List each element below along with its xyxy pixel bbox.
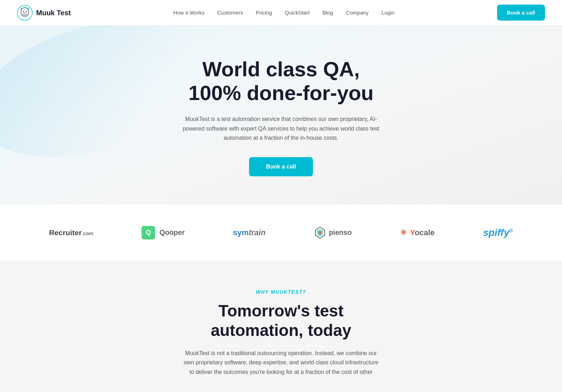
logo-recruiter: Recruiter.com <box>49 228 93 237</box>
hero-book-call-button[interactable]: Book a call <box>249 157 313 176</box>
logo-icon <box>17 5 33 21</box>
hero-section: World class QA, 100% done-for-you MuukTe… <box>0 26 562 205</box>
pienso-text: pienso <box>329 228 352 237</box>
why-label: WHY MUUKTEST? <box>14 289 548 295</box>
qooper-text: Qooper <box>159 228 184 237</box>
hero-headline-line2: 100% done-for-you <box>188 81 374 104</box>
nav-book-call-button[interactable]: Book a call <box>497 5 545 21</box>
nav-login[interactable]: Login <box>381 10 395 16</box>
logo-symtrain: symtrain <box>233 228 266 237</box>
qooper-icon-box: Q <box>142 226 155 239</box>
why-title: Tomorrow's test automation, today <box>175 301 387 340</box>
nav-pricing[interactable]: Pricing <box>256 10 272 16</box>
why-section: WHY MUUKTEST? Tomorrow's test automation… <box>0 261 562 391</box>
logo-qooper: Q Qooper <box>142 226 184 239</box>
logo-link[interactable]: Muuk Test <box>17 5 71 21</box>
logo-text: Muuk Test <box>36 9 71 17</box>
logo-yocale: ✳ Yocale <box>400 228 435 237</box>
logos-section: Recruiter.com Q Qooper symtrain pienso ✳… <box>0 205 562 261</box>
nav-company[interactable]: Company <box>346 10 369 16</box>
spiffy-text: spiffy® <box>483 227 513 238</box>
nav-customers[interactable]: Customers <box>217 10 243 16</box>
why-title-line2: automation, today <box>211 321 351 339</box>
svg-point-2 <box>23 11 24 12</box>
why-title-line1: Tomorrow's test <box>219 302 344 320</box>
navbar: Muuk Test How it Works Customers Pricing… <box>0 0 562 26</box>
hero-content: World class QA, 100% done-for-you MuukTe… <box>14 57 548 176</box>
symtrain-text: symtrain <box>233 228 266 237</box>
hero-headline-line1: World class QA, <box>202 57 360 81</box>
yocale-text: Yocale <box>410 228 435 237</box>
why-subtitle: MuukTest is not a traditional outsourcin… <box>182 349 380 377</box>
yocale-burst-icon: ✳ <box>400 228 407 237</box>
pienso-hex-icon <box>314 227 326 239</box>
logo-spiffy: spiffy® <box>483 227 513 238</box>
hero-headline: World class QA, 100% done-for-you <box>157 57 405 105</box>
svg-point-3 <box>26 11 27 12</box>
nav-quickstart[interactable]: QuickStart <box>285 10 310 16</box>
recruiter-logo-text: Recruiter.com <box>49 228 93 237</box>
logo-pienso: pienso <box>314 227 352 239</box>
nav-links: How it Works Customers Pricing QuickStar… <box>173 10 394 16</box>
hero-subtitle: MuukTest is a test automation service th… <box>182 115 380 143</box>
nav-how-it-works[interactable]: How it Works <box>173 10 204 16</box>
nav-blog[interactable]: Blog <box>323 10 333 16</box>
